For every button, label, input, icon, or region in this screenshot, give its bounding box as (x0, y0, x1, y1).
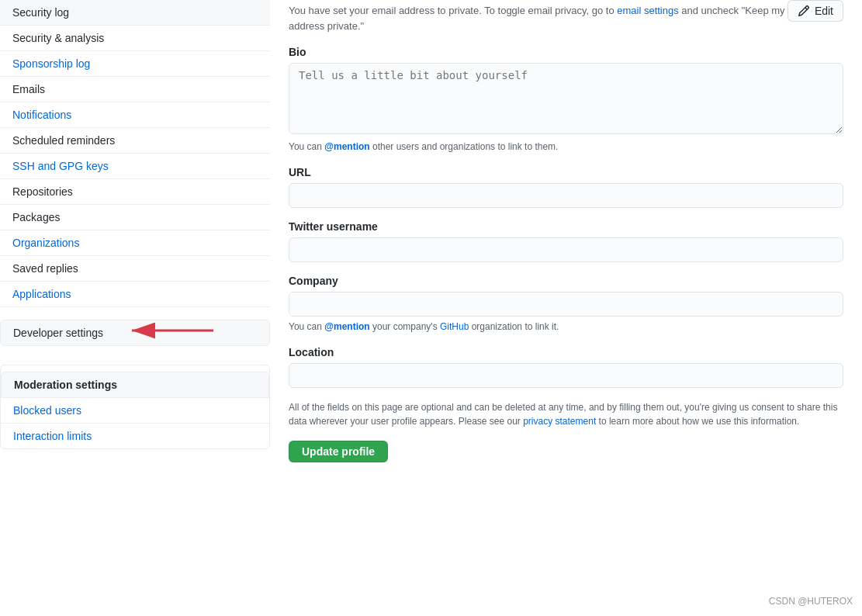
sidebar-item-emails[interactable]: Emails (0, 77, 270, 102)
company-mention: @mention (324, 321, 369, 332)
edit-icon (798, 5, 810, 17)
footer-text: All of the fields on this page are optio… (289, 400, 843, 428)
twitter-group: Twitter username (289, 220, 843, 262)
twitter-label: Twitter username (289, 220, 843, 233)
sidebar: Security log Security & analysis Sponsor… (0, 0, 270, 616)
sidebar-item-notifications[interactable]: Notifications (0, 102, 270, 128)
sidebar-item-scheduled-reminders[interactable]: Scheduled reminders (0, 128, 270, 154)
main-content: You have set your email address to priva… (270, 0, 862, 616)
watermark: CSDN @HUTEROX (769, 596, 853, 607)
url-label: URL (289, 166, 843, 178)
developer-settings-area: Developer settings (0, 307, 270, 358)
company-input[interactable] (289, 292, 843, 317)
location-group: Location (289, 346, 843, 388)
notice-text: You have set your email address to priva… (289, 3, 843, 33)
developer-settings-label: Developer settings (13, 327, 103, 339)
bio-hint: You can @mention other users and organiz… (289, 140, 843, 154)
update-profile-button[interactable]: Update profile (289, 441, 388, 462)
sidebar-item-organizations[interactable]: Organizations (0, 230, 270, 256)
location-input[interactable] (289, 363, 843, 388)
bio-mention: @mention (324, 141, 369, 152)
edit-button-label: Edit (815, 5, 833, 17)
sidebar-item-ssh-gpg-keys[interactable]: SSH and GPG keys (0, 154, 270, 179)
moderation-settings-section: Moderation settings Blocked users Intera… (0, 365, 270, 449)
company-group: Company You can @mention your company's … (289, 275, 843, 334)
sidebar-item-sponsorship-log[interactable]: Sponsorship log (0, 51, 270, 77)
sidebar-top-items: Security log Security & analysis Sponsor… (0, 0, 270, 307)
location-label: Location (289, 346, 843, 358)
company-label: Company (289, 275, 843, 287)
header-area: You have set your email address to priva… (289, 0, 843, 33)
github-link[interactable]: GitHub (440, 321, 469, 332)
bio-label: Bio (289, 46, 843, 58)
sidebar-item-security-analysis[interactable]: Security & analysis (0, 26, 270, 51)
twitter-input[interactable] (289, 237, 843, 262)
company-hint: You can @mention your company's GitHub o… (289, 320, 843, 334)
sidebar-item-repositories[interactable]: Repositories (0, 179, 270, 205)
sidebar-item-blocked-users[interactable]: Blocked users (1, 398, 269, 424)
sidebar-item-security-log[interactable]: Security log (0, 0, 270, 26)
sidebar-item-interaction-limits[interactable]: Interaction limits (1, 424, 269, 448)
privacy-statement-link[interactable]: privacy statement (523, 416, 596, 427)
bio-group: Bio You can @mention other users and org… (289, 46, 843, 154)
developer-settings-button[interactable]: Developer settings (0, 320, 270, 346)
url-input[interactable] (289, 183, 843, 208)
email-settings-link[interactable]: email settings (617, 5, 678, 16)
sidebar-item-applications[interactable]: Applications (0, 282, 270, 307)
sidebar-item-packages[interactable]: Packages (0, 205, 270, 230)
sidebar-item-saved-replies[interactable]: Saved replies (0, 256, 270, 282)
url-group: URL (289, 166, 843, 208)
edit-button[interactable]: Edit (788, 0, 843, 22)
bio-textarea[interactable] (289, 63, 843, 134)
moderation-settings-header: Moderation settings (1, 372, 269, 398)
